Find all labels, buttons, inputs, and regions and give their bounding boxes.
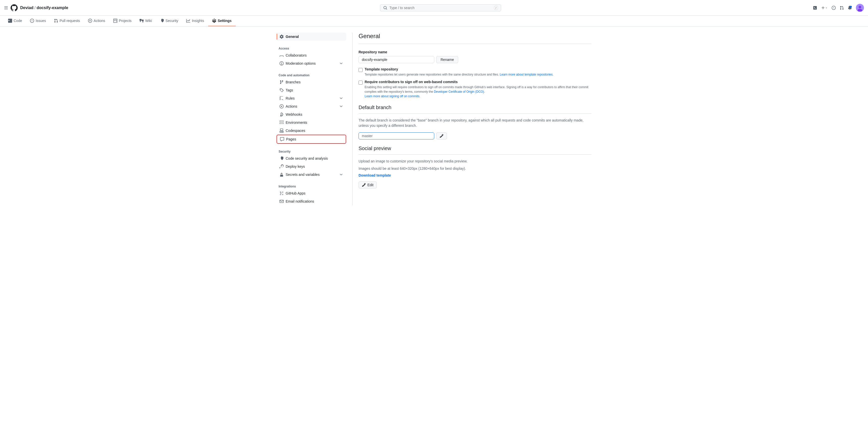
topbar-search-area: / xyxy=(71,4,810,11)
dco-link[interactable]: Developer Certificate of Origin (DCO) xyxy=(434,90,484,93)
sidebar-item-webhooks[interactable]: Webhooks xyxy=(277,110,346,118)
sidebar-item-actions[interactable]: Actions xyxy=(277,102,346,110)
hamburger-button[interactable] xyxy=(4,6,8,10)
rename-button[interactable]: Rename xyxy=(436,56,458,63)
sidebar-item-branches[interactable]: Branches xyxy=(277,78,346,86)
rules-icon xyxy=(280,96,284,100)
sidebar-item-secrets[interactable]: Secrets and variables xyxy=(277,171,346,179)
terminal-button[interactable] xyxy=(813,6,817,10)
branches-icon xyxy=(280,80,284,84)
svg-point-1 xyxy=(859,6,861,8)
sidebar-item-deploy-keys-label: Deploy keys xyxy=(286,165,305,169)
nav-item-settings[interactable]: Settings xyxy=(208,16,236,26)
breadcrumb-separator: / xyxy=(34,5,35,10)
sidebar-item-general-label: General xyxy=(286,35,299,39)
repo-name-label: Repository name xyxy=(359,50,591,54)
sidebar-item-codespaces[interactable]: Codespaces xyxy=(277,126,346,135)
edit-branch-button[interactable] xyxy=(436,133,447,140)
template-repo-row: Template repository Template repositorie… xyxy=(359,67,591,77)
sidebar-item-webhooks-label: Webhooks xyxy=(286,112,302,116)
issues-button[interactable] xyxy=(832,6,836,10)
mail-icon xyxy=(280,199,284,203)
sign-off-link[interactable]: Learn more about signing off on commits xyxy=(365,94,420,98)
topbar: Deviad / docsify-example / xyxy=(0,0,868,16)
chevron-down-rules-icon xyxy=(339,96,343,100)
sidebar-item-code-security[interactable]: Code security and analysis xyxy=(277,154,346,163)
environments-icon xyxy=(280,120,284,124)
sidebar-item-code-security-label: Code security and analysis xyxy=(286,156,328,161)
nav-item-actions[interactable]: Actions xyxy=(84,16,109,26)
sidebar-item-rules-label: Rules xyxy=(286,96,295,100)
nav-item-wiki[interactable]: Wiki xyxy=(135,16,156,26)
sidebar: General Access Collaborators Moderation … xyxy=(277,33,352,205)
apps-icon xyxy=(280,191,284,195)
secret-icon xyxy=(280,173,284,177)
notifications-button[interactable] xyxy=(848,6,852,10)
sidebar-item-moderation-label: Moderation options xyxy=(286,61,316,65)
person-icon xyxy=(280,53,284,57)
actions-icon xyxy=(280,104,284,108)
sidebar-item-github-apps-label: GitHub Apps xyxy=(286,191,306,195)
repo-name-input[interactable] xyxy=(359,56,434,63)
default-branch-input[interactable] xyxy=(359,133,434,140)
sidebar-item-tags-label: Tags xyxy=(286,88,293,92)
repo-name-row: Rename xyxy=(359,56,591,63)
page-title: General xyxy=(359,33,591,44)
social-preview-desc-2: Images should be at least 640×320px (128… xyxy=(359,166,591,171)
sidebar-item-environments[interactable]: Environments xyxy=(277,118,346,126)
sidebar-item-environments-label: Environments xyxy=(286,120,307,124)
search-input[interactable] xyxy=(389,6,492,10)
sign-off-desc: Enabling this setting will require contr… xyxy=(365,85,591,98)
nav-item-issues[interactable]: Issues xyxy=(26,16,50,26)
sidebar-item-email-notifications[interactable]: Email notifications xyxy=(277,197,346,205)
page-body: General Access Collaborators Moderation … xyxy=(273,27,595,211)
add-button[interactable] xyxy=(821,6,828,10)
breadcrumb-owner[interactable]: Deviad xyxy=(20,5,33,10)
chevron-down-actions-icon xyxy=(339,104,343,108)
main-content: General Repository name Rename Template … xyxy=(352,33,591,205)
sign-off-label: Require contributors to sign off on web-… xyxy=(365,80,591,84)
github-logo[interactable] xyxy=(10,4,18,12)
sign-off-checkbox[interactable] xyxy=(359,81,363,85)
template-repo-link[interactable]: Learn more about template repositories xyxy=(500,73,553,76)
webhooks-icon xyxy=(280,112,284,116)
sidebar-item-rules[interactable]: Rules xyxy=(277,94,346,102)
sidebar-section-access: Access xyxy=(277,45,346,51)
sidebar-item-general[interactable]: General xyxy=(277,33,346,41)
chevron-down-icon xyxy=(339,61,343,65)
sidebar-item-secrets-label: Secrets and variables xyxy=(286,173,320,177)
sidebar-item-deploy-keys[interactable]: Deploy keys xyxy=(277,163,346,171)
repo-nav: Code Issues Pull requests Actions Projec… xyxy=(0,16,868,27)
template-repo-label: Template repository xyxy=(365,67,553,71)
sidebar-item-pages[interactable]: Pages xyxy=(277,135,346,144)
key-icon xyxy=(280,165,284,169)
template-repo-content: Template repository Template repositorie… xyxy=(365,67,553,77)
nav-item-projects[interactable]: Projects xyxy=(109,16,136,26)
nav-item-pull-requests[interactable]: Pull requests xyxy=(50,16,84,26)
sidebar-item-github-apps[interactable]: GitHub Apps xyxy=(277,189,346,197)
edit-social-button[interactable]: Edit xyxy=(359,181,377,189)
sidebar-item-moderation[interactable]: Moderation options xyxy=(277,59,346,67)
sidebar-section-code-automation: Code and automation xyxy=(277,71,346,78)
pull-requests-button[interactable] xyxy=(840,6,844,10)
download-template-link[interactable]: Download template xyxy=(359,173,391,177)
breadcrumb-repo[interactable]: docsify-example xyxy=(37,5,68,10)
avatar[interactable] xyxy=(856,4,864,12)
nav-item-insights[interactable]: Insights xyxy=(182,16,208,26)
template-repo-desc: Template repositories let users generate… xyxy=(365,72,553,77)
sidebar-item-pages-label: Pages xyxy=(286,137,296,141)
nav-item-code[interactable]: Code xyxy=(4,16,26,26)
sidebar-item-collaborators[interactable]: Collaborators xyxy=(277,51,346,59)
search-kbd: / xyxy=(494,6,498,10)
sidebar-item-tags[interactable]: Tags xyxy=(277,86,346,94)
sign-off-row: Require contributors to sign off on web-… xyxy=(359,80,591,98)
search-box[interactable]: / xyxy=(380,4,501,11)
template-repo-checkbox[interactable] xyxy=(359,68,363,72)
sidebar-item-branches-label: Branches xyxy=(286,80,301,84)
nav-item-security[interactable]: Security xyxy=(156,16,182,26)
pencil-icon xyxy=(439,134,443,138)
social-preview-title: Social preview xyxy=(359,145,591,154)
edit-label: Edit xyxy=(367,183,373,187)
sidebar-item-codespaces-label: Codespaces xyxy=(286,128,305,133)
shield-icon xyxy=(280,156,284,161)
